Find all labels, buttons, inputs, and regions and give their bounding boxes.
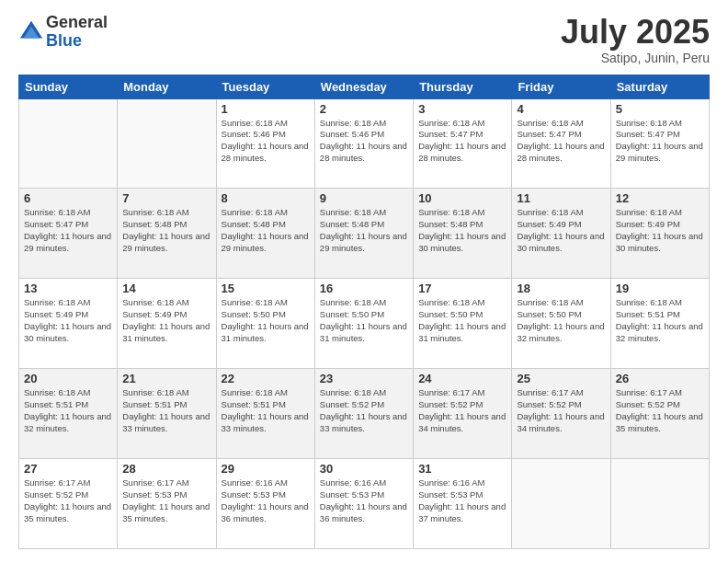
col-friday: Friday: [512, 75, 610, 98]
day-info: Sunrise: 6:18 AM Sunset: 5:47 PM Dayligh…: [418, 118, 506, 165]
day-info: Sunrise: 6:18 AM Sunset: 5:48 PM Dayligh…: [418, 207, 506, 254]
day-number: 23: [320, 372, 408, 385]
page: General Blue July 2025 Satipo, Junin, Pe…: [0, 0, 728, 563]
col-tuesday: Tuesday: [216, 75, 314, 98]
day-info: Sunrise: 6:18 AM Sunset: 5:47 PM Dayligh…: [24, 207, 112, 254]
calendar-cell: 25Sunrise: 6:17 AM Sunset: 5:52 PM Dayli…: [512, 369, 610, 459]
day-number: 31: [418, 462, 506, 476]
logo-icon: [18, 19, 44, 45]
col-monday: Monday: [118, 75, 216, 98]
day-number: 10: [418, 191, 506, 205]
day-info: Sunrise: 6:18 AM Sunset: 5:49 PM Dayligh…: [517, 207, 605, 254]
calendar-cell: 23Sunrise: 6:18 AM Sunset: 5:52 PM Dayli…: [314, 369, 413, 459]
calendar-cell: 17Sunrise: 6:18 AM Sunset: 5:50 PM Dayli…: [414, 279, 512, 369]
day-info: Sunrise: 6:18 AM Sunset: 5:51 PM Dayligh…: [24, 387, 112, 434]
day-info: Sunrise: 6:17 AM Sunset: 5:52 PM Dayligh…: [24, 477, 112, 524]
day-info: Sunrise: 6:18 AM Sunset: 5:51 PM Dayligh…: [222, 387, 310, 434]
day-info: Sunrise: 6:18 AM Sunset: 5:47 PM Dayligh…: [616, 118, 704, 165]
day-number: 3: [418, 102, 506, 116]
day-number: 11: [517, 191, 605, 205]
calendar-cell: 28Sunrise: 6:17 AM Sunset: 5:53 PM Dayli…: [118, 459, 216, 549]
day-number: 22: [222, 372, 310, 385]
calendar-cell: [118, 98, 216, 189]
day-number: 13: [24, 282, 112, 295]
calendar-cell: 27Sunrise: 6:17 AM Sunset: 5:52 PM Dayli…: [19, 459, 118, 549]
calendar-cell: 29Sunrise: 6:16 AM Sunset: 5:53 PM Dayli…: [216, 459, 314, 549]
calendar-cell: 13Sunrise: 6:18 AM Sunset: 5:49 PM Dayli…: [19, 279, 118, 369]
day-info: Sunrise: 6:18 AM Sunset: 5:51 PM Dayligh…: [122, 387, 210, 434]
day-number: 24: [418, 372, 506, 385]
day-info: Sunrise: 6:16 AM Sunset: 5:53 PM Dayligh…: [222, 477, 310, 524]
calendar-week-1: 6Sunrise: 6:18 AM Sunset: 5:47 PM Daylig…: [19, 189, 710, 279]
calendar-cell: 4Sunrise: 6:18 AM Sunset: 5:47 PM Daylig…: [512, 98, 610, 189]
calendar-cell: 30Sunrise: 6:16 AM Sunset: 5:53 PM Dayli…: [314, 459, 413, 549]
day-info: Sunrise: 6:18 AM Sunset: 5:46 PM Dayligh…: [320, 118, 408, 165]
calendar-cell: 12Sunrise: 6:18 AM Sunset: 5:49 PM Dayli…: [610, 189, 709, 279]
header-row: Sunday Monday Tuesday Wednesday Thursday…: [19, 75, 710, 98]
calendar-cell: 15Sunrise: 6:18 AM Sunset: 5:50 PM Dayli…: [216, 279, 314, 369]
calendar-week-4: 27Sunrise: 6:17 AM Sunset: 5:52 PM Dayli…: [19, 459, 710, 549]
day-info: Sunrise: 6:17 AM Sunset: 5:53 PM Dayligh…: [122, 477, 210, 524]
day-number: 16: [320, 282, 408, 295]
calendar-week-2: 13Sunrise: 6:18 AM Sunset: 5:49 PM Dayli…: [19, 279, 710, 369]
day-number: 26: [616, 372, 704, 385]
calendar-cell: 24Sunrise: 6:17 AM Sunset: 5:52 PM Dayli…: [414, 369, 512, 459]
day-number: 20: [24, 372, 112, 385]
calendar-body: 1Sunrise: 6:18 AM Sunset: 5:46 PM Daylig…: [19, 98, 710, 548]
day-info: Sunrise: 6:18 AM Sunset: 5:50 PM Dayligh…: [320, 297, 408, 344]
calendar-week-0: 1Sunrise: 6:18 AM Sunset: 5:46 PM Daylig…: [19, 98, 710, 189]
day-number: 27: [24, 462, 112, 476]
calendar-table: Sunday Monday Tuesday Wednesday Thursday…: [18, 75, 710, 549]
day-info: Sunrise: 6:17 AM Sunset: 5:52 PM Dayligh…: [517, 387, 605, 434]
day-info: Sunrise: 6:18 AM Sunset: 5:48 PM Dayligh…: [122, 207, 210, 254]
col-sunday: Sunday: [19, 75, 118, 98]
calendar-cell: 16Sunrise: 6:18 AM Sunset: 5:50 PM Dayli…: [314, 279, 413, 369]
day-info: Sunrise: 6:18 AM Sunset: 5:49 PM Dayligh…: [24, 297, 112, 344]
day-number: 12: [616, 191, 704, 205]
calendar-cell: 3Sunrise: 6:18 AM Sunset: 5:47 PM Daylig…: [414, 98, 512, 189]
day-number: 25: [517, 372, 605, 385]
day-number: 4: [517, 102, 605, 116]
day-info: Sunrise: 6:16 AM Sunset: 5:53 PM Dayligh…: [418, 477, 506, 524]
day-number: 8: [222, 191, 310, 205]
calendar-cell: 9Sunrise: 6:18 AM Sunset: 5:48 PM Daylig…: [314, 189, 413, 279]
calendar-cell: [512, 459, 610, 549]
logo-blue: Blue: [46, 32, 108, 51]
calendar-cell: 5Sunrise: 6:18 AM Sunset: 5:47 PM Daylig…: [610, 98, 709, 189]
title-section: July 2025 Satipo, Junin, Peru: [561, 14, 710, 65]
day-number: 15: [222, 282, 310, 295]
day-number: 21: [122, 372, 210, 385]
calendar-cell: 20Sunrise: 6:18 AM Sunset: 5:51 PM Dayli…: [19, 369, 118, 459]
day-info: Sunrise: 6:18 AM Sunset: 5:50 PM Dayligh…: [418, 297, 506, 344]
day-info: Sunrise: 6:16 AM Sunset: 5:53 PM Dayligh…: [320, 477, 408, 524]
day-number: 28: [122, 462, 210, 476]
month-title: July 2025: [561, 14, 710, 51]
calendar-cell: 26Sunrise: 6:17 AM Sunset: 5:52 PM Dayli…: [610, 369, 709, 459]
calendar-cell: 18Sunrise: 6:18 AM Sunset: 5:50 PM Dayli…: [512, 279, 610, 369]
calendar-cell: [610, 459, 709, 549]
logo-general: General: [46, 14, 108, 32]
col-thursday: Thursday: [414, 75, 512, 98]
day-number: 30: [320, 462, 408, 476]
calendar-header: Sunday Monday Tuesday Wednesday Thursday…: [19, 75, 710, 98]
col-saturday: Saturday: [610, 75, 709, 98]
calendar-cell: [19, 98, 118, 189]
calendar-cell: 7Sunrise: 6:18 AM Sunset: 5:48 PM Daylig…: [118, 189, 216, 279]
day-number: 6: [24, 191, 112, 205]
day-info: Sunrise: 6:18 AM Sunset: 5:47 PM Dayligh…: [517, 118, 605, 165]
day-info: Sunrise: 6:18 AM Sunset: 5:48 PM Dayligh…: [320, 207, 408, 254]
day-info: Sunrise: 6:18 AM Sunset: 5:51 PM Dayligh…: [616, 297, 704, 344]
calendar-cell: 6Sunrise: 6:18 AM Sunset: 5:47 PM Daylig…: [19, 189, 118, 279]
calendar-cell: 11Sunrise: 6:18 AM Sunset: 5:49 PM Dayli…: [512, 189, 610, 279]
day-number: 19: [616, 282, 704, 295]
calendar-cell: 21Sunrise: 6:18 AM Sunset: 5:51 PM Dayli…: [118, 369, 216, 459]
day-info: Sunrise: 6:18 AM Sunset: 5:50 PM Dayligh…: [222, 297, 310, 344]
day-info: Sunrise: 6:17 AM Sunset: 5:52 PM Dayligh…: [616, 387, 704, 434]
day-info: Sunrise: 6:17 AM Sunset: 5:52 PM Dayligh…: [418, 387, 506, 434]
day-info: Sunrise: 6:18 AM Sunset: 5:48 PM Dayligh…: [222, 207, 310, 254]
day-info: Sunrise: 6:18 AM Sunset: 5:52 PM Dayligh…: [320, 387, 408, 434]
day-number: 18: [517, 282, 605, 295]
calendar-cell: 19Sunrise: 6:18 AM Sunset: 5:51 PM Dayli…: [610, 279, 709, 369]
day-info: Sunrise: 6:18 AM Sunset: 5:49 PM Dayligh…: [616, 207, 704, 254]
logo-text: General Blue: [46, 14, 108, 51]
